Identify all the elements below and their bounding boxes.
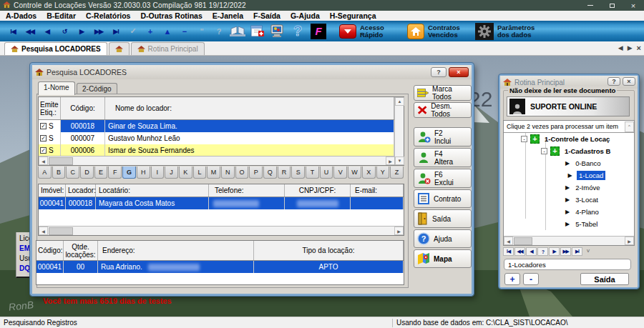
quote-icon[interactable]: " xyxy=(193,27,210,36)
letter-tab[interactable]: S xyxy=(291,167,305,179)
quick-access-icon[interactable] xyxy=(339,24,356,39)
computer-icon[interactable] xyxy=(268,23,287,40)
help-tool-icon[interactable]: ? xyxy=(210,27,228,36)
f6-exclui-button[interactable]: F6Exclui xyxy=(414,169,472,188)
remove-button[interactable]: - xyxy=(523,273,539,285)
menu-saida[interactable]: F-Saída xyxy=(253,11,280,20)
tab-nome[interactable]: 1-Nome xyxy=(38,81,75,95)
scroll-thumb[interactable] xyxy=(49,157,73,165)
letter-tab[interactable]: I xyxy=(151,167,165,179)
rotina-close-button[interactable]: × xyxy=(623,77,635,86)
scroll-left-icon[interactable]: ◀ xyxy=(39,156,48,165)
letter-tab[interactable]: V xyxy=(333,167,347,179)
dialog-close-button[interactable]: × xyxy=(449,67,469,77)
data-params-group[interactable]: Parâmetros dos dados xyxy=(475,23,535,40)
locatario-row[interactable]: 000041 000018 Mayara da Costa Matos xyxy=(39,197,404,209)
letter-tab[interactable]: N xyxy=(221,167,235,179)
letter-tab-selected[interactable]: G xyxy=(122,167,136,179)
letter-tab[interactable]: Q xyxy=(263,167,277,179)
menu-outras-rotinas[interactable]: D-Outras Rotinas xyxy=(140,11,202,20)
letter-tab[interactable]: A xyxy=(38,167,52,179)
letter-tab[interactable]: R xyxy=(278,167,291,179)
scroll-right-icon[interactable]: ▶ xyxy=(625,237,634,245)
letter-tab[interactable]: P xyxy=(249,167,263,179)
dialog-help-button[interactable]: ? xyxy=(431,67,447,77)
gear-icon[interactable] xyxy=(475,23,494,40)
tab-rotina-principal[interactable]: Rotina Principal xyxy=(131,42,205,55)
minimize-button[interactable] xyxy=(580,0,601,11)
letter-tab[interactable]: Z xyxy=(390,167,404,179)
nav-refresh-icon[interactable]: ↺ xyxy=(56,28,73,35)
letter-tab[interactable]: C xyxy=(66,167,79,179)
checkbox-checked[interactable]: ✓ xyxy=(40,123,47,129)
confirm-icon[interactable]: ✓ xyxy=(125,26,142,36)
insert-icon[interactable]: + xyxy=(142,27,159,36)
menu-relatorios[interactable]: C-Relatórios xyxy=(86,11,130,20)
scroll-left-icon[interactable]: ◀ xyxy=(39,227,48,235)
rotina-saida-button[interactable]: Saída xyxy=(580,273,629,285)
nav-fast-next-icon[interactable]: ▶▶ xyxy=(90,28,107,35)
horizontal-scrollbar[interactable]: ◀ ▶ xyxy=(39,156,395,165)
letter-tab[interactable]: U xyxy=(320,167,333,179)
collapse-icon[interactable]: - xyxy=(521,136,527,142)
nav-next-icon[interactable]: ▶ xyxy=(73,28,90,35)
horizontal-scrollbar[interactable]: ◀ ▶ xyxy=(39,226,404,235)
locacao-row[interactable]: 000041 00 Rua Adriano. APTO xyxy=(36,261,404,273)
letter-tab[interactable]: J xyxy=(165,167,178,179)
tree-horizontal-scrollbar[interactable]: ◀ ▶ xyxy=(504,236,634,245)
rotina-help-button[interactable]: ? xyxy=(608,77,620,86)
letter-tab[interactable]: T xyxy=(306,167,319,179)
nav-first-icon[interactable]: I◀ xyxy=(4,28,21,35)
book-icon[interactable] xyxy=(228,23,247,40)
nav-first-icon[interactable]: I◀ xyxy=(503,247,514,256)
scroll-left-icon[interactable]: ◀ xyxy=(504,237,513,245)
tree-item[interactable]: ▶ 3-Locat xyxy=(504,194,634,206)
nav-prev-icon[interactable]: ◀ xyxy=(526,247,537,256)
mapa-button[interactable]: Mapa xyxy=(414,249,472,268)
letter-tab[interactable]: D xyxy=(80,167,94,179)
nav-last-icon[interactable]: ▶I xyxy=(107,28,125,35)
scroll-up-icon[interactable]: ▲ xyxy=(395,97,404,106)
tree-item[interactable]: ▶ 0-Banco xyxy=(504,157,634,169)
vertical-scrollbar[interactable]: ▲ ▼ xyxy=(394,97,404,165)
tab-scroll-right-icon[interactable]: ▶ xyxy=(628,44,633,51)
letter-tab[interactable]: H xyxy=(137,167,150,179)
f4-altera-button[interactable]: F4Altera xyxy=(414,148,472,167)
app-logo-f[interactable]: F xyxy=(311,24,326,39)
scroll-thumb[interactable] xyxy=(514,237,532,245)
nav-next-icon[interactable]: ▶ xyxy=(549,247,560,256)
tab-pesquisa-locadores[interactable]: Pesquisa LOCADORES xyxy=(4,42,107,55)
letter-tab[interactable]: Y xyxy=(376,167,390,179)
tree-scroll-up-icon[interactable]: ^ xyxy=(625,121,634,132)
tree-item[interactable]: - + 1-Controle de Locaç xyxy=(504,133,634,145)
menu-seguranca[interactable]: H-Segurança xyxy=(330,11,376,20)
tree-item-selected[interactable]: ▶ 1-Locad xyxy=(504,169,634,182)
collapse-icon[interactable]: - xyxy=(541,148,547,154)
scroll-down-icon[interactable]: ▼ xyxy=(395,156,404,165)
tree-item[interactable]: ▶ 4-Plano xyxy=(504,206,634,218)
ajuda-button[interactable]: ? Ajuda xyxy=(414,229,472,248)
letter-tab[interactable]: X xyxy=(362,167,376,179)
menu-dados[interactable]: A-Dados xyxy=(6,11,36,20)
dialog-titlebar[interactable]: Pesquisa LOCADORES ? × xyxy=(32,65,472,79)
checkbox-checked[interactable]: ✓ xyxy=(40,147,47,154)
nav-refresh-icon[interactable]: ? xyxy=(537,247,548,256)
edit-icon[interactable]: ▲ xyxy=(159,27,176,36)
marca-todos-button[interactable]: Marca Todos xyxy=(414,85,472,101)
tree-item[interactable]: - + 1-Cadastros B xyxy=(504,145,634,157)
tree-item[interactable]: ▶ 2-Imóve xyxy=(504,182,634,194)
tab-home[interactable] xyxy=(109,42,130,55)
tree-item[interactable]: ▶ 5-Tabel xyxy=(504,218,634,230)
locador-row[interactable]: ✓S 000007 Gustavo Munhoz Leão xyxy=(39,132,394,144)
nav-last-icon[interactable]: ▶I xyxy=(572,247,582,256)
saida-button[interactable]: Saída xyxy=(414,209,472,228)
f2-inclui-button[interactable]: F2Inclui xyxy=(414,127,472,146)
calendar-icon[interactable] xyxy=(248,23,267,40)
letter-tab[interactable]: K xyxy=(179,167,192,179)
quick-access-group[interactable]: Acesso Rápido xyxy=(339,24,397,39)
contracts-house-icon[interactable] xyxy=(407,24,424,39)
letter-tab[interactable]: W xyxy=(348,167,361,179)
desmarca-todos-button[interactable]: Desm. Todos xyxy=(414,102,472,118)
letter-tab[interactable]: F xyxy=(108,167,122,179)
letter-tab[interactable]: B xyxy=(52,167,66,179)
